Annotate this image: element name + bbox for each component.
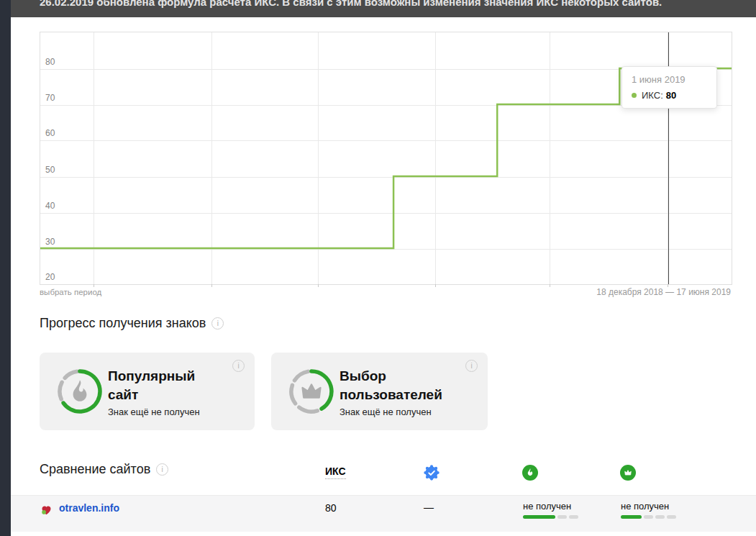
comparison-section-header: Сравнение сайтов i: [40, 462, 168, 477]
chart-date-range: 18 декабря 2018 — 17 июня 2019: [596, 287, 731, 297]
series-dot-icon: [632, 93, 637, 98]
tooltip-value: 80: [666, 90, 676, 101]
info-icon[interactable]: i: [211, 317, 224, 330]
x-axis-tick: [550, 284, 550, 287]
notification-banner: 26.02.2019 обновлена формула расчета ИКС…: [11, 0, 756, 17]
table-row: otravlen.info 80 — не получен не получен: [11, 495, 756, 532]
column-header-iks[interactable]: ИКС: [325, 465, 346, 479]
cell-choice-status: не получен: [621, 501, 669, 512]
badges-section-title: Прогресс получения знаков: [40, 316, 206, 331]
left-sidebar-strip: [0, 0, 11, 536]
badge-card-users-choice: Выборпользователей Знак ещё не получен i: [271, 353, 488, 430]
site-favicon-heart-icon: [40, 504, 53, 516]
flame-icon: [73, 380, 87, 401]
x-axis-tick: [318, 284, 319, 287]
badge-card-popular-site: Популярныйсайт Знак ещё не получен i: [40, 353, 255, 430]
x-axis-tick: [94, 284, 94, 287]
x-axis-tick: [435, 284, 436, 287]
badge-card-status: Знак ещё не получен: [108, 406, 200, 417]
badge-progress-ring: [288, 368, 334, 414]
site-link[interactable]: otravlen.info: [59, 502, 119, 514]
banner-text: 26.02.2019 обновлена формула расчета ИКС…: [40, 0, 662, 8]
verified-badge-icon: [424, 465, 440, 481]
select-period-link[interactable]: выбрать период: [40, 288, 101, 296]
info-icon[interactable]: i: [232, 360, 245, 372]
badge-card-title: Выборпользователей: [340, 367, 442, 404]
chart-tooltip: 1 июня 2019 ИКС: 80: [621, 66, 717, 109]
badge-card-title: Популярныйсайт: [108, 367, 200, 404]
tooltip-series-label: ИКС:: [642, 90, 663, 101]
cell-popular-status: не получен: [523, 501, 571, 512]
tooltip-date: 1 июня 2019: [632, 74, 707, 85]
users-choice-crown-icon: [620, 465, 636, 481]
comparison-section-title: Сравнение сайтов: [40, 462, 150, 477]
crown-icon: [303, 384, 321, 397]
yandex-webmaster-page: 26.02.2019 обновлена формула расчета ИКС…: [0, 0, 756, 536]
cell-verified-value: —: [418, 501, 440, 513]
x-axis-tick: [211, 284, 212, 287]
info-icon[interactable]: i: [156, 463, 168, 476]
badge-progress-ring: [57, 368, 103, 414]
badges-section-header: Прогресс получения знаков i: [40, 316, 224, 331]
info-icon[interactable]: i: [465, 360, 478, 372]
iks-history-chart[interactable]: 80 70 60 50 40 30 20 1 июня 2019 ИКС: 80: [40, 32, 732, 285]
choice-progress-bar: [621, 515, 676, 519]
popular-progress-bar: [523, 515, 578, 519]
popular-site-flame-icon: [522, 465, 538, 481]
badge-card-status: Знак ещё не получен: [340, 406, 442, 417]
cell-iks-value: 80: [325, 502, 337, 514]
